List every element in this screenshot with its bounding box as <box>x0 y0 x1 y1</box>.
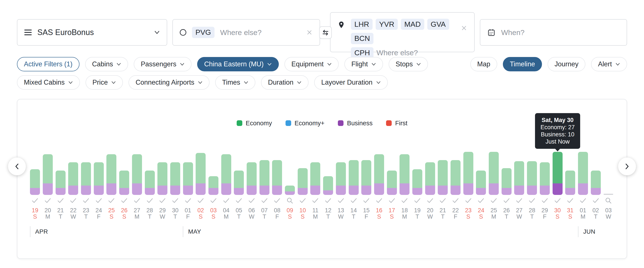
legend-item-economy[interactable]: Economy <box>237 120 272 127</box>
stacked-bar[interactable] <box>578 152 588 195</box>
stacked-bar[interactable] <box>158 162 168 195</box>
economy-segment <box>438 160 448 186</box>
tooltip-business: Business: 10 <box>536 131 579 138</box>
stacked-bar[interactable] <box>450 160 460 195</box>
check-icon <box>57 198 64 203</box>
weekday-letter: S <box>33 214 37 220</box>
stacked-bar[interactable] <box>285 186 295 195</box>
airport-chip-mad[interactable]: MAD <box>401 19 424 30</box>
stacked-bar[interactable] <box>565 171 575 195</box>
stacked-bar[interactable] <box>412 169 422 195</box>
business-segment <box>183 186 193 195</box>
stacked-bar[interactable] <box>489 152 499 195</box>
stacked-bar[interactable] <box>145 171 155 195</box>
day-search-action[interactable] <box>605 197 612 204</box>
close-icon[interactable] <box>461 25 467 31</box>
stacked-bar[interactable] <box>310 162 320 195</box>
pill-layover-duration[interactable]: Layover Duration <box>314 75 388 90</box>
stacked-bar[interactable] <box>349 160 359 195</box>
airport-chip-lhr[interactable]: LHR <box>351 19 372 30</box>
stacked-bar[interactable] <box>387 171 397 195</box>
stacked-bar[interactable] <box>221 154 231 195</box>
stacked-bar[interactable] <box>540 162 550 195</box>
swap-button[interactable] <box>319 26 332 39</box>
pill-stops[interactable]: Stops <box>389 57 428 71</box>
legend-item-business[interactable]: Business <box>338 120 372 127</box>
airport-chip-gva[interactable]: GVA <box>427 19 449 30</box>
stacked-bar[interactable] <box>170 162 180 195</box>
pill-china-eastern-mu[interactable]: China Eastern (MU) <box>197 57 279 71</box>
stacked-bar-highlighted[interactable] <box>552 152 562 195</box>
stacked-bar[interactable] <box>527 161 537 195</box>
pill-timeline[interactable]: Timeline <box>503 57 542 71</box>
pill-active-filters-1[interactable]: Active Filters (1) <box>17 57 80 71</box>
airport-chip-cph[interactable]: CPH <box>351 47 374 58</box>
stacked-bar[interactable] <box>400 154 410 195</box>
economy-segment <box>56 171 66 188</box>
stacked-bar[interactable] <box>56 171 66 195</box>
airport-chip-bcn[interactable]: BCN <box>351 33 374 44</box>
pill-cabins[interactable]: Cabins <box>85 57 128 71</box>
weekday-letter: S <box>199 214 202 220</box>
business-segment <box>310 186 320 195</box>
pill-duration[interactable]: Duration <box>261 75 308 90</box>
day-searched-status <box>44 197 51 204</box>
stacked-bar[interactable] <box>272 160 282 195</box>
pill-passengers[interactable]: Passengers <box>134 57 192 71</box>
stacked-bar[interactable] <box>374 154 384 195</box>
check-icon <box>274 198 280 203</box>
economy-segment <box>30 169 40 188</box>
legend-item-first[interactable]: First <box>386 120 407 127</box>
close-icon[interactable] <box>306 29 313 36</box>
program-selector[interactable]: SAS EuroBonus <box>17 19 167 46</box>
stacked-bar[interactable] <box>260 160 270 195</box>
stacked-bar[interactable] <box>247 162 257 195</box>
chevron-down-icon <box>180 63 184 66</box>
stacked-bar[interactable] <box>208 176 218 195</box>
airport-chip-yvr[interactable]: YVR <box>376 19 398 30</box>
stacked-bar[interactable] <box>30 169 40 195</box>
stacked-bar[interactable] <box>106 154 116 195</box>
origin-input[interactable]: PVG Where else? <box>172 19 320 46</box>
stacked-bar[interactable] <box>476 171 486 195</box>
stacked-bar[interactable] <box>132 154 142 195</box>
stacked-bar[interactable] <box>68 162 78 195</box>
day-searched-status <box>439 197 446 204</box>
stacked-bar[interactable] <box>502 168 512 195</box>
stacked-bar[interactable] <box>81 162 91 195</box>
pill-label: Timeline <box>510 60 535 68</box>
date-input[interactable]: When? <box>480 19 627 46</box>
stacked-bar[interactable] <box>43 154 53 195</box>
stacked-bar[interactable] <box>183 162 193 195</box>
stacked-bar[interactable] <box>425 162 435 195</box>
stacked-bar[interactable] <box>298 168 308 195</box>
pill-connecting-airports[interactable]: Connecting Airports <box>128 75 210 90</box>
stacked-bar[interactable] <box>196 153 206 195</box>
destination-input[interactable]: LHRYVRMADGVABCN CPH Where else? <box>330 12 475 52</box>
stacked-bar[interactable] <box>94 162 104 195</box>
weekday-letter: T <box>58 214 62 220</box>
stacked-bar[interactable] <box>463 152 473 195</box>
airport-chip-pvg[interactable]: PVG <box>192 27 214 38</box>
pill-mixed-cabins[interactable]: Mixed Cabins <box>17 75 80 90</box>
pill-price[interactable]: Price <box>86 75 123 90</box>
pill-alert[interactable]: Alert <box>591 57 627 71</box>
stacked-bar[interactable] <box>119 171 129 195</box>
pill-flight[interactable]: Flight <box>344 57 383 71</box>
stacked-bar[interactable] <box>361 160 371 195</box>
scroll-right-button[interactable] <box>618 158 636 175</box>
stacked-bar[interactable] <box>323 176 333 195</box>
stacked-bar[interactable] <box>336 162 346 195</box>
stacked-bar[interactable] <box>234 171 244 195</box>
stacked-bar[interactable] <box>438 160 448 195</box>
scroll-left-button[interactable] <box>8 158 26 175</box>
pill-times[interactable]: Times <box>215 75 255 90</box>
day-search-action[interactable] <box>286 197 293 204</box>
stacked-bar[interactable] <box>591 171 601 195</box>
pill-map[interactable]: Map <box>470 57 497 71</box>
legend-label: Economy+ <box>295 120 324 127</box>
legend-item-economy[interactable]: Economy+ <box>286 120 324 127</box>
pill-equipment[interactable]: Equipment <box>284 57 339 71</box>
stacked-bar[interactable] <box>514 161 524 195</box>
pill-journey[interactable]: Journey <box>548 57 586 71</box>
